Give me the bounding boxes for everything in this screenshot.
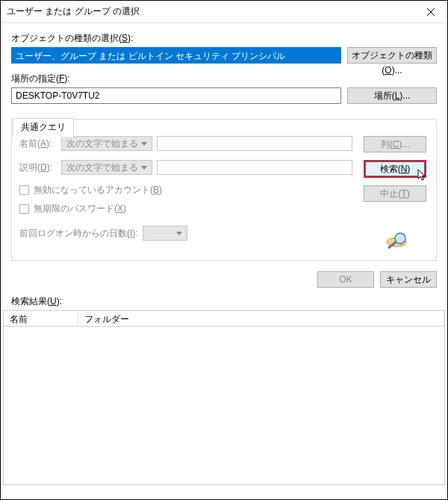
locations-button[interactable]: 場所(L)... <box>347 87 437 104</box>
days-since-logon-dropdown[interactable] <box>143 226 187 241</box>
columns-button[interactable]: 列(C)... <box>364 136 426 152</box>
object-types-button[interactable]: オブジェクトの種類(O)... <box>347 47 437 64</box>
name-input[interactable] <box>157 136 352 151</box>
days-since-logon-label: 前回ログオン時からの日数(I): <box>19 227 138 240</box>
ok-button[interactable]: OK <box>317 271 374 288</box>
magnifier-icon <box>380 230 410 251</box>
description-mode-dropdown[interactable]: 次の文字で始まる <box>61 160 152 175</box>
description-label: 説明(D): <box>19 161 57 174</box>
cursor-icon <box>417 169 428 182</box>
svg-point-1 <box>395 233 405 244</box>
description-input[interactable] <box>157 160 352 175</box>
location-field[interactable]: DESKTOP-T0V7TU2 <box>11 87 341 104</box>
close-icon <box>427 8 435 16</box>
search-button[interactable]: 検索(N) <box>364 160 426 178</box>
name-label: 名前(A): <box>19 138 57 150</box>
close-button[interactable] <box>414 1 447 23</box>
column-name[interactable]: 名前 <box>4 311 78 326</box>
search-results-label: 検索結果(U): <box>11 295 447 308</box>
stop-button[interactable]: 中止(T) <box>364 185 426 202</box>
column-folder[interactable]: フォルダー <box>78 311 444 326</box>
tab-panel: 名前(A): 次の文字で始まる 説明(D): 次の文字で始まる 無効になっている… <box>11 119 437 261</box>
nonexpiring-password-checkbox[interactable] <box>19 204 29 214</box>
disabled-accounts-checkbox[interactable] <box>19 185 29 195</box>
results-list[interactable] <box>3 327 445 485</box>
object-types-label: オブジェクトの種類の選択(S): <box>11 32 437 45</box>
disabled-accounts-label: 無効になっているアカウント(B) <box>34 184 162 197</box>
titlebar: ユーザー または グループ の選択 <box>1 1 447 23</box>
cancel-button[interactable]: キャンセル <box>380 271 437 288</box>
results-header: 名前 フォルダー <box>3 310 445 327</box>
location-label: 場所の指定(F): <box>11 72 437 85</box>
nonexpiring-password-label: 無期限のパスワード(X) <box>34 203 126 215</box>
name-mode-dropdown[interactable]: 次の文字で始まる <box>61 136 152 151</box>
object-types-field[interactable]: ユーザー、グループ または ビルトイン セキュリティ プリンシパル <box>11 47 341 64</box>
window-title: ユーザー または グループ の選択 <box>1 5 140 18</box>
tab-common-query[interactable]: 共通クエリ <box>13 118 74 137</box>
